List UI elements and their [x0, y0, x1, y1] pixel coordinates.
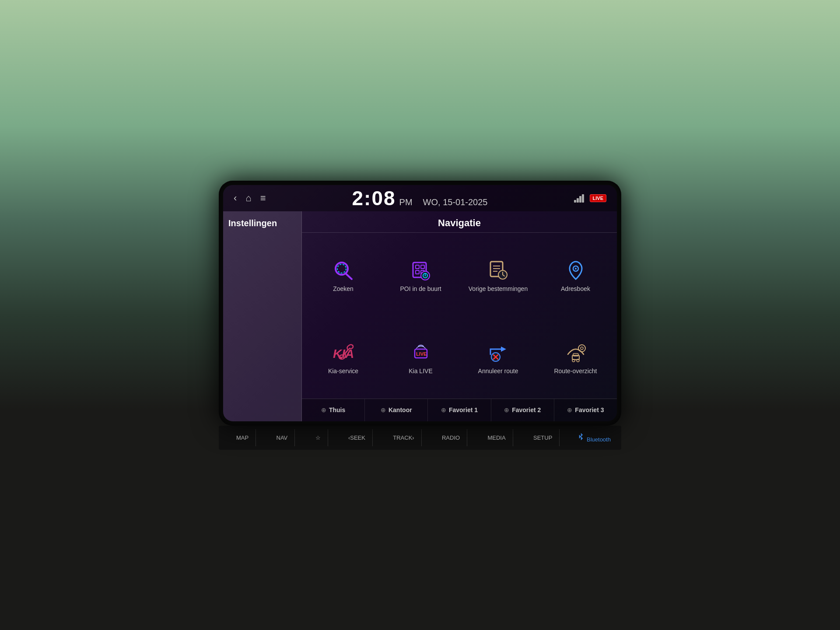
header-center: 2:08 PM WO, 15-01-2025 — [352, 186, 488, 210]
history-icon — [485, 259, 511, 281]
back-button[interactable]: ‹ — [234, 192, 237, 204]
kia-service-icon: KIA — [330, 342, 357, 364]
svg-point-24 — [340, 357, 342, 359]
favorites-bar: ⊕ Thuis ⊕ Kantoor ⊕ Favoriet 1 ⊕ — [302, 399, 617, 421]
fav-item-favoriet3[interactable]: ⊕ Favoriet 3 — [554, 399, 617, 421]
main-content: Navigatie Zoeke — [302, 211, 617, 421]
nav-grid: Zoeken — [302, 233, 617, 399]
nav-item-label-poi: POI in de buurt — [400, 285, 441, 293]
svg-rect-10 — [416, 270, 419, 274]
sidebar-label: Instellingen — [228, 218, 277, 228]
svg-rect-8 — [416, 265, 419, 269]
nav-item-vorige[interactable]: Vorige bestemmingen — [460, 236, 536, 317]
main-title: Navigatie — [302, 211, 617, 233]
hw-button-fav[interactable]: ☆ — [308, 429, 328, 446]
nav-item-poi[interactable]: POI in de buurt — [383, 236, 458, 317]
date-display: WO, 15-01-2025 — [423, 197, 488, 207]
fav-add-icon-kantoor: ⊕ — [381, 406, 386, 413]
screen: ‹ ⌂ ≡ 2:08 PM WO, 15-01-2025 — [223, 185, 617, 421]
fav-label-thuis: Thuis — [329, 406, 345, 413]
fav-add-icon-thuis: ⊕ — [321, 406, 326, 413]
svg-rect-9 — [421, 265, 424, 269]
menu-button[interactable]: ≡ — [260, 192, 266, 204]
nav-item-route-overzicht[interactable]: Route-overzicht — [538, 318, 613, 399]
hw-buttons-area: MAP NAV ☆ ‹SEEK TRACK› RADIO MEDIA SETUP… — [219, 426, 621, 450]
hw-button-media[interactable]: MEDIA — [480, 429, 513, 446]
fav-add-icon-favoriet1: ⊕ — [441, 406, 446, 413]
left-sidebar: Instellingen — [223, 211, 302, 421]
nav-item-label-adresboek: Adresboek — [561, 285, 590, 293]
bluetooth-badge: Bluetooth — [577, 432, 611, 443]
kia-live-icon: LIVE — [408, 342, 434, 364]
svg-line-6 — [346, 274, 352, 279]
nav-menu-area: Instellingen Navigatie — [223, 211, 617, 421]
time-display: 2:08 — [352, 186, 396, 210]
svg-point-36 — [581, 347, 583, 350]
nav-item-label-zoeken: Zoeken — [333, 285, 354, 293]
address-icon — [563, 259, 589, 281]
fav-item-favoriet2[interactable]: ⊕ Favoriet 2 — [491, 399, 554, 421]
header-bar: ‹ ⌂ ≡ 2:08 PM WO, 15-01-2025 — [223, 185, 617, 211]
fav-item-favoriet1[interactable]: ⊕ Favoriet 1 — [428, 399, 491, 421]
hw-button-track-fwd[interactable]: TRACK› — [386, 429, 421, 446]
fav-item-kantoor[interactable]: ⊕ Kantoor — [365, 399, 428, 421]
nav-item-label-annuleer: Annuleer route — [478, 367, 518, 375]
hw-button-radio[interactable]: RADIO — [435, 429, 467, 446]
svg-point-22 — [575, 268, 577, 270]
svg-rect-3 — [582, 194, 584, 203]
nav-item-adresboek[interactable]: Adresboek — [538, 236, 613, 317]
live-badge: LIVE — [590, 194, 606, 202]
home-button[interactable]: ⌂ — [245, 192, 251, 204]
svg-rect-0 — [574, 200, 576, 203]
header-right: LIVE — [574, 194, 606, 203]
fav-label-favoriet3: Favoriet 3 — [575, 406, 604, 413]
nav-item-annuleer[interactable]: Annuleer route — [460, 318, 536, 399]
svg-point-15 — [424, 275, 426, 276]
nav-item-label-vorige: Vorige bestemmingen — [469, 285, 528, 293]
header-left: ‹ ⌂ ≡ — [234, 192, 266, 204]
poi-icon — [408, 259, 434, 281]
search-icon — [330, 259, 357, 281]
hw-button-map[interactable]: MAP — [229, 429, 256, 446]
nav-item-kia-live[interactable]: LIVE Kia LIVE — [383, 318, 458, 399]
hw-button-nav[interactable]: NAV — [270, 429, 295, 446]
signal-icon — [574, 194, 586, 203]
fav-add-icon-favoriet3: ⊕ — [567, 406, 572, 413]
hw-button-seek-back[interactable]: ‹SEEK — [341, 429, 373, 446]
route-overview-icon — [563, 342, 589, 364]
fav-label-favoriet1: Favoriet 1 — [449, 406, 478, 413]
nav-item-label-route-overzicht: Route-overzicht — [554, 367, 597, 375]
nav-item-label-kia-live: Kia LIVE — [409, 367, 432, 375]
bluetooth-label: Bluetooth — [587, 436, 611, 443]
nav-item-label-kia-service: Kia-service — [328, 367, 358, 375]
svg-point-5 — [337, 264, 346, 273]
nav-item-zoeken[interactable]: Zoeken — [305, 236, 381, 317]
svg-rect-1 — [577, 198, 579, 203]
svg-point-35 — [578, 345, 585, 352]
fav-item-thuis[interactable]: ⊕ Thuis — [302, 399, 365, 421]
hw-button-setup[interactable]: SETUP — [526, 429, 560, 446]
dashboard: ‹ ⌂ ≡ 2:08 PM WO, 15-01-2025 — [158, 136, 682, 494]
svg-text:LIVE: LIVE — [416, 351, 427, 357]
nav-item-kia-service[interactable]: KIA Kia-service — [305, 318, 381, 399]
svg-rect-2 — [579, 196, 581, 203]
time-ampm: PM — [399, 197, 413, 207]
screen-bezel: ‹ ⌂ ≡ 2:08 PM WO, 15-01-2025 — [219, 181, 621, 426]
fav-add-icon-favoriet2: ⊕ — [504, 406, 509, 413]
svg-marker-27 — [501, 346, 506, 352]
cancel-route-icon — [485, 342, 511, 364]
fav-label-favoriet2: Favoriet 2 — [512, 406, 541, 413]
fav-label-kantoor: Kantoor — [388, 406, 412, 413]
